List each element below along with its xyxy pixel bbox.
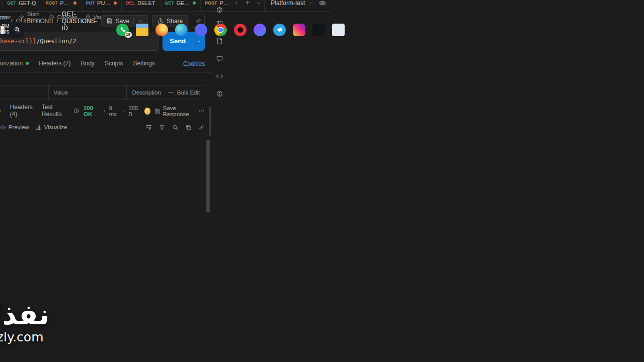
taskbar-clock[interactable]: 2:39 PM 10/13/2025: [0, 24, 10, 36]
response-tab-test-results[interactable]: Test Results: [37, 103, 68, 119]
eye-icon: [0, 124, 6, 131]
tabs-scroll-right-icon[interactable]: [231, 0, 242, 11]
tab-label: DELET: [137, 0, 155, 6]
column-key[interactable]: Key: [0, 85, 48, 100]
request-config-tabs: ParamsAuthorizationHeaders (7)BodyScript…: [0, 56, 212, 73]
response-time[interactable]: 9 ms: [109, 105, 119, 117]
filter-icon[interactable]: [159, 124, 166, 131]
url-input[interactable]: {{base-url}}/Question/2: [0, 38, 76, 45]
taskbar-app-firefox[interactable]: [155, 24, 168, 36]
environment-quick-look-icon[interactable]: [319, 0, 326, 7]
taskbar-app-messenger[interactable]: [254, 24, 266, 36]
notification-badge: 19: [125, 32, 132, 38]
right-rail: [212, 12, 227, 20]
save-response-button[interactable]: Save Response: [154, 105, 194, 117]
system-tray: A/C 2:39 PM 10/13/2025: [0, 24, 21, 36]
breadcrumb-separator: /: [57, 18, 58, 25]
postman-window: Home Workspaces API Network Search Postm…: [0, 0, 13, 13]
request-tab[interactable]: GETGET-Q: [3, 0, 41, 11]
tab-label: PUT-Q: [97, 0, 111, 6]
params-table-header: Key Value Description Bulk Edit: [0, 85, 205, 100]
response-tab-headers[interactable]: Headers (4): [5, 103, 37, 119]
tab-label: POS: [60, 0, 70, 6]
column-description[interactable]: Description Bulk Edit: [126, 85, 205, 100]
watermark-site: nafezly.com: [0, 330, 49, 344]
code-icon[interactable]: [216, 72, 223, 80]
cookies-link[interactable]: Cookies: [183, 60, 205, 67]
request-tab-authorization[interactable]: Authorization: [0, 56, 34, 72]
tab-label: Headers (7): [39, 60, 70, 67]
request-tab[interactable]: POSTPOS: [41, 0, 82, 11]
request-tab-scripts[interactable]: Scripts: [100, 56, 128, 72]
chevron-down-icon[interactable]: [138, 19, 143, 24]
help-icon[interactable]: [216, 6, 223, 14]
environment-selector[interactable]: Platform-test: [264, 0, 332, 11]
request-tab-headers[interactable]: Headers (7): [34, 56, 75, 72]
main-scrollbar-thumb[interactable]: [209, 107, 211, 136]
new-tab-button[interactable]: [242, 0, 253, 11]
more-actions-icon[interactable]: [198, 108, 205, 114]
tab-label: Test Results: [42, 104, 64, 118]
notifications-icon[interactable]: [14, 27, 21, 33]
method-label: GET: [7, 1, 16, 6]
taskbar-app-telegram[interactable]: [273, 24, 286, 36]
response-toolbar: {} JSON Preview Visualize: [0, 119, 212, 136]
windows-taskbar: 19 A/C 2:39 PM 10/13/2025: [0, 22, 24, 38]
plane-icon: [276, 27, 283, 33]
method-label: POST: [46, 1, 58, 6]
search-response-icon[interactable]: [172, 124, 179, 131]
taskbar-app-edge[interactable]: [175, 24, 188, 36]
copy-icon[interactable]: [185, 124, 192, 131]
taskbar-app-discord[interactable]: [195, 24, 207, 36]
visualize-button[interactable]: Visualize: [35, 124, 67, 131]
bulk-edit-button[interactable]: Bulk Edit: [168, 89, 200, 96]
environment-name: Platform-test: [271, 0, 305, 7]
response-history-icon[interactable]: [70, 106, 82, 117]
tab-label: Scripts: [105, 60, 123, 67]
tab-label: GET-Q: [19, 0, 36, 6]
tab-label: GET-Q: [177, 0, 190, 6]
tab-label: Authorization: [0, 60, 23, 67]
scrollbar-thumb[interactable]: [206, 140, 210, 213]
request-tab-body[interactable]: Body: [76, 56, 100, 72]
clock-time: 2:39 PM: [0, 24, 10, 30]
column-value[interactable]: Value: [48, 85, 127, 100]
more-icon: [168, 89, 174, 96]
request-tab-settings[interactable]: Settings: [128, 56, 160, 72]
tab-label: Body: [81, 60, 95, 67]
watermark-title: نفذلي: [0, 300, 49, 330]
taskbar-app-instagram[interactable]: [293, 24, 305, 36]
chevron-down-icon: [308, 1, 313, 6]
response-tab-cookies[interactable]: Cookies: [0, 103, 5, 119]
unsaved-dot: [73, 2, 76, 5]
tab-label: Cookies: [0, 107, 1, 114]
info-icon[interactable]: [216, 90, 223, 98]
tab-options-icon[interactable]: [253, 0, 264, 11]
taskbar-app-whatsapp[interactable]: 19: [116, 24, 129, 36]
wrap-text-icon[interactable]: [145, 124, 152, 131]
unsaved-dot: [114, 2, 117, 5]
request-tab[interactable]: PUTPUT-Q: [82, 0, 122, 11]
response-body: 123456789101112131415161718192021222324 …: [0, 136, 212, 138]
link-icon[interactable]: [198, 124, 205, 131]
breadcrumb-request[interactable]: GET-QUISTIONS-ID: [62, 11, 97, 32]
taskbar-app-notepad[interactable]: [332, 24, 345, 36]
status-badge[interactable]: 200 OK: [84, 105, 100, 117]
unsaved-dot: [193, 2, 196, 5]
workspace-tab-row: My Workspace New Import thPOSTRegiPOSTLo…: [0, 0, 332, 12]
url-variable: {{base-url}}: [0, 38, 36, 45]
preview-button[interactable]: Preview: [0, 124, 29, 131]
request-tab-strip: thPOSTRegiPOSTLogiQuizGETGET-QGETGET-QPO…: [0, 0, 332, 11]
taskbar-app-chrome[interactable]: [214, 24, 227, 36]
request-tab[interactable]: DELDELET: [122, 0, 160, 11]
response-size[interactable]: 365 B: [128, 105, 140, 117]
taskbar-app-file-explorer[interactable]: [136, 24, 148, 36]
comment-icon[interactable]: [216, 55, 223, 62]
taskbar-app-opera[interactable]: [234, 24, 247, 36]
taskbar-app-x[interactable]: [312, 24, 325, 36]
request-tab[interactable]: GETGET-Q: [160, 0, 201, 11]
save-icon: [106, 18, 113, 24]
doc-icon[interactable]: [216, 37, 223, 45]
tab-label: Settings: [133, 60, 155, 67]
performance-emoji-icon[interactable]: [144, 108, 150, 115]
